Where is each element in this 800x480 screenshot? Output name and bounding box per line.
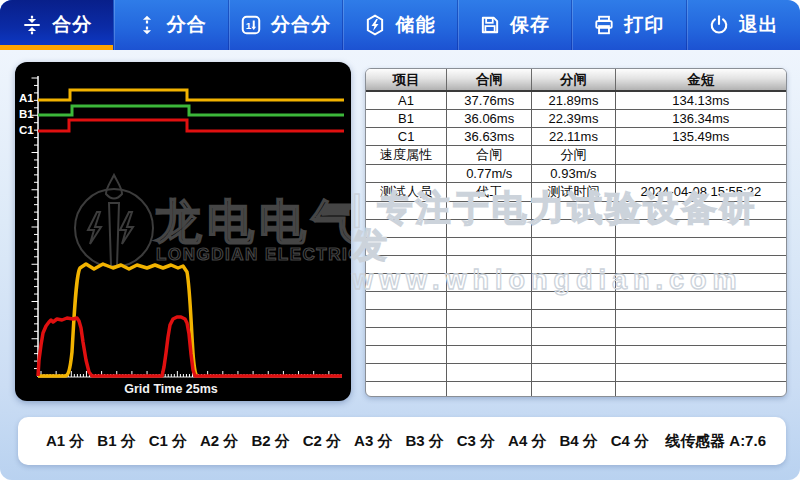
channel-label-a1: A1 xyxy=(19,92,34,104)
tab-open-close-open[interactable]: 1 分合分 xyxy=(228,0,342,50)
column-header-short: 金短 xyxy=(615,69,786,91)
table-cell xyxy=(366,381,447,397)
table-cell: 合闸 xyxy=(447,145,532,164)
table-cell xyxy=(366,201,447,219)
table-cell xyxy=(532,255,615,273)
table-cell xyxy=(447,201,532,219)
table-cell: B1 xyxy=(366,109,447,127)
column-header-item: 项目 xyxy=(366,69,447,91)
print-icon xyxy=(593,14,615,36)
table-cell xyxy=(447,309,532,327)
table-header-row: 项目 合闸 分闸 金短 xyxy=(366,69,786,91)
table-row xyxy=(366,219,786,237)
table-cell xyxy=(532,327,615,345)
table-cell xyxy=(532,273,615,291)
table-cell xyxy=(366,237,447,255)
channel-label-b1: B1 xyxy=(19,108,34,120)
table-row xyxy=(366,345,786,363)
table-cell xyxy=(532,363,615,381)
table-cell xyxy=(615,309,786,327)
table-cell xyxy=(615,219,786,237)
phase-status: A4 分 xyxy=(508,432,546,451)
table-cell xyxy=(615,145,786,164)
table-cell: 0.93m/s xyxy=(532,164,615,182)
line-sensor-status: 线传感器 A:7.6 xyxy=(665,432,766,451)
table-cell xyxy=(447,381,532,397)
table-row xyxy=(366,201,786,219)
table-cell xyxy=(615,345,786,363)
table-cell: 2024-04-08 15:55:22 xyxy=(615,182,786,201)
table-cell xyxy=(615,255,786,273)
brand-watermark-logo xyxy=(75,175,153,267)
tab-label: 退出 xyxy=(739,12,779,38)
table-cell xyxy=(532,237,615,255)
c1-contact-trace xyxy=(38,120,344,131)
results-table: 项目 合闸 分闸 金短 A137.76ms21.89ms134.13msB136… xyxy=(366,69,786,397)
table-cell: 36.63ms xyxy=(447,127,532,145)
column-header-close: 合闸 xyxy=(447,69,532,91)
table-row: A137.76ms21.89ms134.13ms xyxy=(366,91,786,109)
table-row xyxy=(366,363,786,381)
table-cell: 36.06ms xyxy=(447,109,532,127)
table-cell: 22.11ms xyxy=(532,127,615,145)
tab-label: 分合 xyxy=(167,12,207,38)
tab-label: 储能 xyxy=(395,12,435,38)
tab-open-close[interactable]: 分合 xyxy=(113,0,227,50)
tab-energy-storage[interactable]: 储能 xyxy=(342,0,456,50)
tab-close-open[interactable]: 合分 xyxy=(0,0,113,50)
phase-status: B1 分 xyxy=(97,432,135,451)
breaker-analyzer-app: 合分 分合 1 分合分 储能 xyxy=(0,0,800,480)
phase-status: A2 分 xyxy=(200,432,238,451)
open-close-open-icon: 1 xyxy=(240,14,262,36)
phase-status: C3 分 xyxy=(457,432,495,451)
column-header-open: 分闸 xyxy=(532,69,615,91)
phase-status: B4 分 xyxy=(559,432,597,451)
tab-print[interactable]: 打印 xyxy=(571,0,685,50)
table-cell xyxy=(615,363,786,381)
table-cell: 0.77m/s xyxy=(447,164,532,182)
table-cell: 22.39ms xyxy=(532,109,615,127)
table-cell xyxy=(366,164,447,182)
table-row xyxy=(366,291,786,309)
table-cell: 测试人员 xyxy=(366,182,447,201)
save-icon xyxy=(479,14,501,36)
phase-status-list: A1 分B1 分C1 分A2 分B2 分C2 分A3 分B3 分C3 分A4 分… xyxy=(46,432,649,451)
table-cell xyxy=(532,291,615,309)
table-cell xyxy=(366,327,447,345)
table-cell: 134.13ms xyxy=(615,91,786,109)
table-cell xyxy=(532,309,615,327)
b1-contact-trace xyxy=(38,106,344,115)
brand-watermark-cn: 龙电电气 xyxy=(153,195,351,248)
table-cell xyxy=(447,327,532,345)
table-cell xyxy=(532,381,615,397)
table-cell xyxy=(366,363,447,381)
table-cell xyxy=(615,381,786,397)
table-cell xyxy=(615,164,786,182)
tab-label: 分合分 xyxy=(271,12,331,38)
navbar: 合分 分合 1 分合分 储能 xyxy=(0,0,800,50)
table-cell: 速度属性 xyxy=(366,145,447,164)
tab-save[interactable]: 保存 xyxy=(457,0,571,50)
table-row: 速度属性合闸分闸 xyxy=(366,145,786,164)
phase-status: A3 分 xyxy=(354,432,392,451)
table-cell: 分闸 xyxy=(532,145,615,164)
waveform-chart: 龙电电气 LONGDIAN ELECTRIC A1 B1 C1 Grid Tim… xyxy=(15,62,351,401)
tab-exit[interactable]: 退出 xyxy=(686,0,800,50)
table-cell xyxy=(615,237,786,255)
phase-status: C2 分 xyxy=(303,432,341,451)
tab-label: 打印 xyxy=(624,12,664,38)
content-area: 龙电电气 LONGDIAN ELECTRIC A1 B1 C1 Grid Tim… xyxy=(0,50,800,480)
table-row xyxy=(366,237,786,255)
table-cell xyxy=(532,219,615,237)
table-cell xyxy=(532,201,615,219)
tab-label: 保存 xyxy=(510,12,550,38)
waveform-panel: 龙电电气 LONGDIAN ELECTRIC A1 B1 C1 Grid Tim… xyxy=(15,62,351,401)
table-cell: 37.76ms xyxy=(447,91,532,109)
table-cell xyxy=(615,273,786,291)
phase-status: C4 分 xyxy=(611,432,649,451)
table-cell xyxy=(447,363,532,381)
table-cell xyxy=(447,345,532,363)
table-cell xyxy=(447,255,532,273)
table-cell xyxy=(366,345,447,363)
phase-status: A1 分 xyxy=(46,432,84,451)
